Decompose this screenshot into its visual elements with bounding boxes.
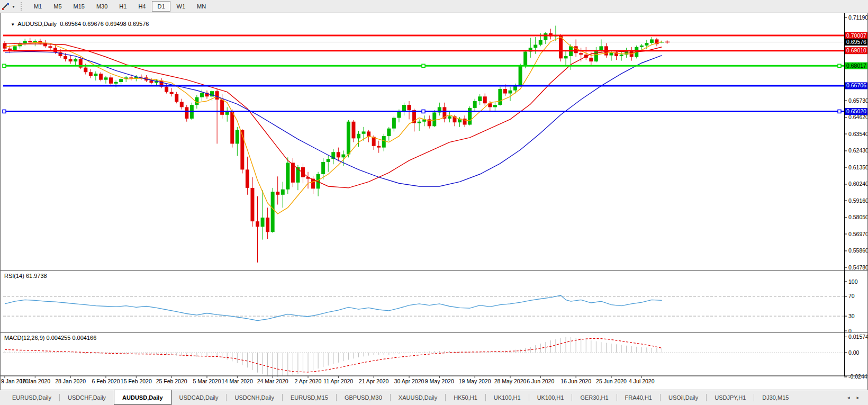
price-badge-0.65020: 0.65020 — [845, 108, 868, 115]
support-line-065020-handle[interactable] — [422, 110, 425, 113]
svg-text:0.69010: 0.69010 — [846, 47, 866, 53]
svg-text:19 May 2020: 19 May 2020 — [459, 378, 491, 384]
svg-text:0.65730: 0.65730 — [848, 97, 868, 104]
timeframe-button-h4[interactable]: H4 — [133, 1, 151, 12]
collapse-icon[interactable]: ▼ — [11, 22, 15, 27]
tab-uk100-h1[interactable]: UK100,H1 — [486, 390, 529, 405]
toolbar-grip-handle[interactable] — [21, 2, 23, 11]
price-badge-0.70007: 0.70007 — [845, 32, 868, 39]
tab-gbpusd-m30[interactable]: GBPUSD,M30 — [337, 390, 390, 405]
tab-uk100-h1[interactable]: UK100,H1 — [529, 390, 572, 405]
top-toolbar: ▼ M1M5M15M30H1H4D1W1MN — [0, 0, 868, 13]
chart-tool-dropdown-icon[interactable]: ▼ — [12, 5, 15, 8]
tab-usdcad-daily[interactable]: USDCAD,Daily — [171, 390, 227, 405]
svg-text:0.015741: 0.015741 — [848, 334, 868, 340]
tab-eurusd-daily[interactable]: EURUSD,Daily — [4, 390, 59, 405]
svg-text:11 Apr 2020: 11 Apr 2020 — [323, 378, 353, 384]
tab-dj30-m15[interactable]: DJ30,M15 — [754, 390, 797, 405]
support-line-068017-handle[interactable] — [838, 64, 841, 67]
svg-text:6 Feb 2020: 6 Feb 2020 — [92, 378, 120, 384]
svg-text:28 May 2020: 28 May 2020 — [494, 378, 527, 384]
svg-text:0.69576: 0.69576 — [846, 39, 866, 45]
svg-text:0.70007: 0.70007 — [846, 32, 866, 39]
timeframe-button-w1[interactable]: W1 — [171, 1, 191, 12]
tab-usdchf-daily[interactable]: USDCHF,Daily — [60, 390, 114, 405]
svg-text:0.59160: 0.59160 — [848, 197, 868, 204]
svg-text:9 May 2020: 9 May 2020 — [425, 378, 454, 384]
svg-text:28 Jan 2020: 28 Jan 2020 — [55, 378, 86, 384]
price-badge-0.68017: 0.68017 — [845, 62, 868, 69]
svg-text:0.55860: 0.55860 — [848, 247, 868, 254]
svg-text:15 Feb 2020: 15 Feb 2020 — [121, 378, 152, 384]
svg-text:0.54780: 0.54780 — [848, 264, 868, 271]
svg-text:30 Apr 2020: 30 Apr 2020 — [394, 378, 424, 384]
svg-text:24 Mar 2020: 24 Mar 2020 — [257, 378, 288, 384]
support-line-065020-handle[interactable] — [3, 110, 6, 113]
svg-text:14 Mar 2020: 14 Mar 2020 — [222, 378, 253, 384]
tab-usdcnh-daily[interactable]: USDCNH,Daily — [227, 390, 282, 405]
svg-text:0.71190: 0.71190 — [848, 14, 868, 21]
price-badge-0.69010: 0.69010 — [845, 47, 868, 54]
tab-hk50-h1[interactable]: HK50,H1 — [446, 390, 485, 405]
svg-text:16 Jun 2020: 16 Jun 2020 — [560, 378, 591, 384]
svg-text:0.58050: 0.58050 — [848, 214, 868, 220]
tabs-scroll-right-icon[interactable]: ► — [853, 394, 863, 401]
timeframe-button-h1[interactable]: H1 — [114, 1, 132, 12]
svg-text:0.62430: 0.62430 — [848, 147, 868, 154]
timeframe-button-d1[interactable]: D1 — [152, 1, 170, 12]
rsi-label: RSI(14) 61.9738 — [4, 273, 47, 279]
svg-text:0.63540: 0.63540 — [848, 131, 868, 137]
timeframe-button-m30[interactable]: M30 — [91, 1, 113, 12]
svg-text:0.68017: 0.68017 — [846, 62, 866, 69]
timeframe-button-m15[interactable]: M15 — [68, 1, 90, 12]
tab-xauusd-daily[interactable]: XAUUSD,Daily — [391, 390, 445, 405]
support-line-068017-handle[interactable] — [3, 64, 6, 67]
svg-text:0.65020: 0.65020 — [846, 108, 866, 114]
tab-fra40-h1[interactable]: FRA40,H1 — [617, 390, 660, 405]
chart-title-symbol: AUDUSD,Daily — [17, 21, 57, 27]
svg-text:18 Jan 2020: 18 Jan 2020 — [20, 378, 50, 384]
svg-text:5 Mar 2020: 5 Mar 2020 — [193, 378, 221, 384]
tab-ger30-h1[interactable]: GER30,H1 — [572, 390, 616, 405]
svg-text:21 Apr 2020: 21 Apr 2020 — [359, 378, 389, 384]
svg-text:0.60240: 0.60240 — [848, 181, 868, 187]
svg-text:6 Jun 2020: 6 Jun 2020 — [527, 378, 554, 384]
chart-tool-icon[interactable] — [1, 2, 11, 11]
svg-text:0.56970: 0.56970 — [848, 231, 868, 237]
tabs-scroll-left-icon[interactable]: ◄ — [844, 394, 853, 401]
chart-title-ohlc: 0.69564 0.69676 0.69498 0.69576 — [60, 21, 149, 27]
svg-text:0.64620: 0.64620 — [848, 114, 868, 120]
tab-audusd-daily[interactable]: AUDUSD,Daily — [114, 390, 171, 405]
tab-usoil-daily[interactable]: USOil,Daily — [661, 390, 706, 405]
timeframe-button-m5[interactable]: M5 — [48, 1, 67, 12]
support-line-065020-handle[interactable] — [838, 110, 841, 113]
svg-text:0.00: 0.00 — [848, 349, 860, 356]
tab-usdjpy-h1[interactable]: USDJPY,H1 — [707, 390, 754, 405]
svg-text:30: 30 — [848, 313, 855, 319]
price-badge-0.69576: 0.69576 — [845, 39, 868, 46]
svg-text:25 Feb 2020: 25 Feb 2020 — [156, 378, 187, 384]
symbol-tabbar: EURUSD,DailyUSDCHF,DailyAUDUSD,DailyUSDC… — [0, 390, 868, 405]
svg-text:25 Jun 2020: 25 Jun 2020 — [596, 378, 627, 384]
price-badge-0.66706: 0.66706 — [845, 82, 868, 89]
svg-text:0.61350: 0.61350 — [848, 164, 868, 170]
svg-text:0.66706: 0.66706 — [846, 82, 866, 88]
support-line-068017-handle[interactable] — [422, 64, 425, 67]
svg-text:2 Apr 2020: 2 Apr 2020 — [295, 378, 322, 384]
tab-eurusd-m15[interactable]: EURUSD,M15 — [283, 390, 336, 405]
timeframe-button-mn[interactable]: MN — [192, 1, 211, 12]
chart-title: ▼AUDUSD,Daily 0.69564 0.69676 0.69498 0.… — [4, 14, 149, 33]
chart-window: 0.711900.657300.646200.635400.624300.613… — [0, 13, 868, 390]
svg-text:100: 100 — [848, 278, 858, 285]
svg-text:4 Jul 2020: 4 Jul 2020 — [629, 378, 655, 384]
timeframe-button-m1[interactable]: M1 — [29, 1, 47, 12]
svg-text:-0.024412: -0.024412 — [848, 373, 868, 380]
macd-label: MACD(12,26,9) 0.004255 0.004166 — [4, 335, 96, 341]
svg-text:70: 70 — [848, 293, 855, 299]
price-chart: 0.711900.657300.646200.635400.624300.613… — [0, 13, 868, 390]
